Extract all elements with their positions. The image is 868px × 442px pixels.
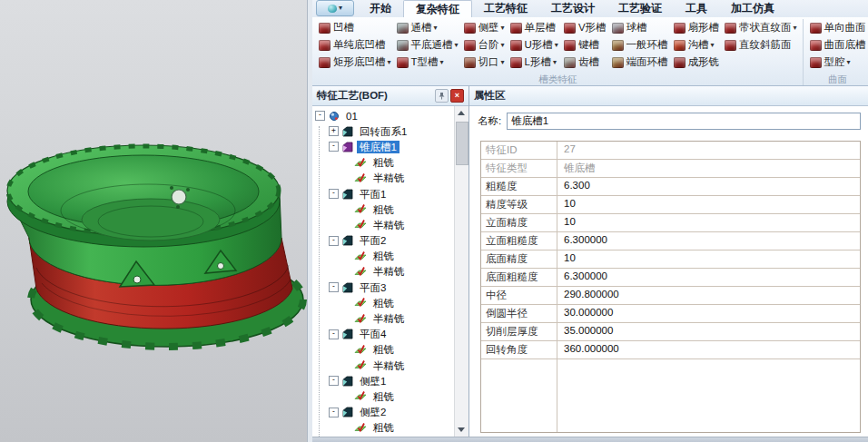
ribbon-button[interactable]: 单层槽 xyxy=(508,19,561,36)
ribbon-button[interactable]: 一般环槽 xyxy=(609,36,671,54)
tree-node-label[interactable]: 粗铣 xyxy=(370,343,397,356)
tree-node[interactable]: 半精铣 xyxy=(312,310,455,326)
3d-viewport[interactable] xyxy=(0,0,307,442)
ribbon-button[interactable]: U形槽▾ xyxy=(508,36,561,54)
collapse-minus-icon[interactable]: - xyxy=(329,329,339,339)
tree-node-label[interactable]: 平面4 xyxy=(357,328,389,340)
collapse-minus-icon[interactable]: - xyxy=(329,189,339,199)
tree-node-label[interactable]: 半精铣 xyxy=(370,265,408,278)
property-value[interactable]: 10 xyxy=(557,214,860,231)
ribbon-tab[interactable]: 加工仿真 xyxy=(719,0,786,17)
ribbon-button[interactable]: 扇形槽 xyxy=(671,19,723,36)
property-value[interactable]: 6.300 xyxy=(557,178,860,195)
scroll-up-icon[interactable] xyxy=(455,106,468,120)
tree-node-label[interactable]: 半精铣 xyxy=(370,312,408,325)
ribbon-tab[interactable]: 复杂特征 xyxy=(403,0,472,17)
ribbon-button[interactable]: 侧壁▾ xyxy=(461,19,508,36)
tree-node-label[interactable]: 01 xyxy=(343,110,360,123)
ribbon-button[interactable]: 成形铣 xyxy=(671,54,723,71)
ribbon-button[interactable]: 矩形底凹槽▾ xyxy=(316,54,394,71)
collapse-minus-icon[interactable]: - xyxy=(329,282,339,292)
tree-node[interactable]: 粗铣 xyxy=(312,249,455,264)
tree-node[interactable]: 粗铣 xyxy=(312,295,455,310)
tree-node[interactable]: 粗铣 xyxy=(312,201,455,217)
property-value[interactable]: 30.000000 xyxy=(557,305,860,322)
name-input[interactable] xyxy=(507,113,861,130)
tree-node-label[interactable]: 粗铣 xyxy=(370,250,397,262)
ribbon-button[interactable]: 单纯底凹槽 xyxy=(316,36,394,54)
ribbon-button[interactable]: 键槽 xyxy=(561,36,609,54)
tree-node[interactable]: -平面2 xyxy=(312,233,455,249)
ribbon-button[interactable]: 凹槽 xyxy=(316,19,394,36)
ribbon-button[interactable]: 单向曲面 xyxy=(807,19,868,36)
property-value[interactable]: 6.300000 xyxy=(557,269,860,286)
ribbon-button[interactable]: 端面环槽 xyxy=(609,54,671,71)
collapse-minus-icon[interactable]: - xyxy=(329,142,339,152)
ribbon-button[interactable]: 球槽 xyxy=(609,19,671,36)
tree-node-label[interactable]: 粗铣 xyxy=(370,156,397,169)
tree-node[interactable]: 粗铣 xyxy=(312,388,455,404)
ribbon-button[interactable]: 型腔▾ xyxy=(807,54,868,71)
collapse-minus-icon[interactable]: - xyxy=(329,236,339,246)
tree-node-label[interactable]: 平面1 xyxy=(357,188,389,201)
ribbon-button[interactable]: 通槽▾ xyxy=(394,19,461,36)
tree-node[interactable]: 半精铣 xyxy=(312,171,455,186)
tree-node[interactable]: 半精铣 xyxy=(312,217,455,232)
tree-node[interactable]: +孔系1 xyxy=(312,436,455,437)
ribbon-button[interactable]: 直纹斜筋面 xyxy=(722,36,800,54)
ribbon-button[interactable]: 带状直纹面▾ xyxy=(722,19,800,36)
ribbon-button[interactable]: T型槽▾ xyxy=(394,54,461,71)
property-value[interactable]: 290.800000 xyxy=(557,287,860,304)
tree-node[interactable]: 半精铣 xyxy=(312,358,455,373)
ribbon-button[interactable]: 台阶▾ xyxy=(461,36,508,54)
tree-node-label[interactable]: 侧壁1 xyxy=(357,375,389,388)
tree-node-label[interactable]: 平面2 xyxy=(357,234,389,247)
ribbon-button[interactable]: L形槽▾ xyxy=(508,54,561,71)
tree-node[interactable]: 粗铣 xyxy=(312,420,455,436)
close-icon[interactable]: × xyxy=(450,89,464,103)
tree-node[interactable]: -平面1 xyxy=(312,186,455,201)
tree-node-label[interactable]: 粗铣 xyxy=(370,390,397,403)
ribbon-button[interactable]: 齿槽 xyxy=(561,54,609,71)
property-value[interactable]: 10 xyxy=(557,250,860,268)
collapse-minus-icon[interactable]: - xyxy=(329,376,339,386)
tree-node[interactable]: -平面4 xyxy=(312,327,455,342)
tree-node-label[interactable]: 回转面系1 xyxy=(357,125,409,138)
property-value[interactable]: 6.300000 xyxy=(557,232,860,250)
ribbon-tab[interactable]: 工艺设计 xyxy=(539,0,607,17)
ribbon-tab[interactable]: 工具 xyxy=(674,0,719,17)
tree-node[interactable]: -侧壁1 xyxy=(312,373,455,388)
tree-node[interactable]: -平面3 xyxy=(312,280,455,295)
tree-node-label[interactable]: 半精铣 xyxy=(370,172,408,184)
tree-node-label[interactable]: 粗铣 xyxy=(370,297,397,309)
tree-node[interactable]: -锥底槽1 xyxy=(312,139,455,154)
tree-node-label[interactable]: 粗铣 xyxy=(370,203,397,216)
scrollbar-thumb[interactable] xyxy=(456,122,469,165)
tree-scrollbar[interactable] xyxy=(454,106,469,437)
collapse-minus-icon[interactable]: - xyxy=(315,111,325,121)
tree-node[interactable]: -01 xyxy=(312,108,455,123)
pin-icon[interactable] xyxy=(435,89,449,103)
tree-node[interactable]: 粗铣 xyxy=(312,155,455,171)
tree-node[interactable]: 半精铣 xyxy=(312,264,455,280)
ribbon-button[interactable]: 切口▾ xyxy=(461,54,508,71)
tree-node-label[interactable]: 半精铣 xyxy=(370,219,408,231)
scroll-down-icon[interactable] xyxy=(455,423,468,437)
tree-node-label[interactable]: 侧壁2 xyxy=(357,406,389,418)
tree-node-label[interactable]: 平面3 xyxy=(357,281,389,294)
collapse-minus-icon[interactable]: - xyxy=(329,408,339,417)
ribbon-tab[interactable]: 工艺特征 xyxy=(472,0,539,17)
ribbon-button[interactable]: 平底通槽▾ xyxy=(394,36,461,54)
tree-node[interactable]: +回转面系1 xyxy=(312,123,455,139)
tree-node-label[interactable]: 锥底槽1 xyxy=(357,141,399,153)
tree-node[interactable]: -侧壁2 xyxy=(312,405,455,420)
expand-plus-icon[interactable]: + xyxy=(329,126,339,136)
ribbon-tab[interactable]: 工艺验证 xyxy=(607,0,674,17)
ribbon-button[interactable]: V形槽 xyxy=(561,19,609,36)
property-value[interactable]: 10 xyxy=(557,196,860,213)
property-value[interactable]: 35.000000 xyxy=(557,323,860,340)
tree-node-label[interactable]: 粗铣 xyxy=(370,421,397,434)
tree-node[interactable]: 粗铣 xyxy=(312,342,455,358)
ribbon-tab[interactable]: 开始 xyxy=(358,0,403,17)
property-value[interactable]: 360.000000 xyxy=(557,341,860,359)
